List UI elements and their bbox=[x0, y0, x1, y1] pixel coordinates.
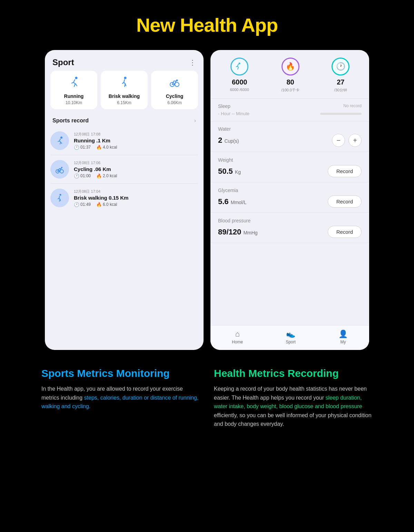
activity-card-running: Running 10.10Km bbox=[50, 71, 97, 109]
svg-point-7 bbox=[60, 170, 63, 173]
nav-sport-label: Sport bbox=[286, 340, 296, 344]
sleep-row: - Hour -- Minute bbox=[218, 111, 362, 116]
sleep-no-record: No record bbox=[343, 103, 362, 108]
record-date: 12月08日 17:06 bbox=[74, 160, 198, 165]
walking-distance: 6.15Km bbox=[117, 100, 131, 105]
glycemia-value: 5.6 Mmol/L bbox=[218, 197, 247, 206]
time-circle: 🕐 bbox=[332, 58, 349, 76]
record-item: 12月08日 17:08 Running .1 Km 🕐01:37 🔥4.0 k… bbox=[50, 127, 198, 155]
glycemia-record-button[interactable]: Record bbox=[328, 195, 362, 208]
record-type-dist: Brisk walking 0.15 Km bbox=[74, 195, 198, 201]
glycemia-section: Glycemia 5.6 Mmol/L Record bbox=[210, 182, 369, 213]
water-header: Water bbox=[218, 126, 362, 132]
record-item: 12月08日 17:06 Cycling .06 Km 🕐01:00 🔥2.0 … bbox=[50, 155, 198, 184]
time-sub: /30分钟 bbox=[334, 88, 347, 93]
activity-cards: Running 10.10Km Brisk walking 6.15Km bbox=[45, 71, 204, 114]
record-date: 12月08日 17:04 bbox=[74, 189, 198, 194]
activity-card-cycling: Cycling 6.06Km bbox=[151, 71, 198, 109]
record-details: 12月08日 17:06 Cycling .06 Km 🕐01:00 🔥2.0 … bbox=[74, 160, 198, 179]
water-value: 2 Cup(s) bbox=[218, 136, 239, 145]
water-increase-button[interactable]: + bbox=[348, 134, 362, 147]
bottom-section: Sports Metrics Monitoring In the Health … bbox=[41, 367, 373, 446]
record-type-dist: Cycling .06 Km bbox=[74, 166, 198, 172]
svg-point-8 bbox=[61, 167, 62, 168]
water-decrease-button[interactable]: − bbox=[332, 134, 345, 147]
nav-my-label: My bbox=[340, 340, 346, 344]
weight-section: Weight 50.5 Kg Record bbox=[210, 152, 369, 182]
calories-circle: 🔥 bbox=[282, 58, 299, 76]
walk-icon bbox=[118, 76, 131, 91]
run-icon bbox=[67, 76, 80, 91]
steps-sub: 6000 /6000 bbox=[230, 88, 249, 92]
svg-point-4 bbox=[176, 80, 178, 81]
bottom-nav: ⌂ Home 👟 Sport 👤 My bbox=[210, 325, 369, 350]
activity-card-walking: Brisk walking 6.15Km bbox=[101, 71, 148, 109]
steps-metric: 6000 6000 /6000 bbox=[230, 58, 249, 93]
record-item: 12月08日 17:04 Brisk walking 0.15 Km 🕐01:4… bbox=[50, 184, 198, 212]
svg-point-1 bbox=[124, 77, 127, 79]
calories-value: 80 bbox=[286, 78, 294, 86]
time-metric: 🕐 27 /30分钟 bbox=[332, 58, 349, 93]
sleep-bar bbox=[320, 113, 362, 115]
sport-icon: 👟 bbox=[286, 330, 295, 339]
home-icon: ⌂ bbox=[235, 330, 239, 339]
sports-record-header: Sports record › bbox=[45, 114, 204, 127]
water-controls: − + bbox=[332, 134, 362, 147]
phones-container: Sport ⋮ Running 10.10Km bbox=[41, 50, 373, 350]
sport-header: Sport ⋮ bbox=[45, 50, 204, 71]
svg-point-3 bbox=[175, 82, 179, 87]
record-details: 12月08日 17:04 Brisk walking 0.15 Km 🕐01:4… bbox=[74, 189, 198, 207]
left-phone: Sport ⋮ Running 10.10Km bbox=[45, 50, 204, 350]
record-stats: 🕐01:00 🔥2.0 kcal bbox=[74, 173, 198, 179]
record-details: 12月08日 17:08 Running .1 Km 🕐01:37 🔥4.0 k… bbox=[74, 132, 198, 150]
weight-value: 50.5 Kg bbox=[218, 167, 241, 176]
health-metrics-heading: Health Metrics Recording bbox=[214, 367, 373, 380]
nav-my[interactable]: 👤 My bbox=[338, 330, 348, 344]
glycemia-row: 5.6 Mmol/L Record bbox=[218, 195, 362, 208]
record-icon-cycling bbox=[50, 160, 69, 179]
chevron-right-icon[interactable]: › bbox=[194, 118, 196, 124]
weight-record-button[interactable]: Record bbox=[328, 165, 362, 177]
bp-value: 89/120 MmHg bbox=[218, 228, 258, 237]
steps-circle bbox=[230, 58, 248, 76]
sleep-header: Sleep No record bbox=[218, 103, 362, 109]
time-value: 27 bbox=[337, 78, 344, 86]
bp-record-button[interactable]: Record bbox=[328, 226, 362, 238]
bp-label: Blood pressure bbox=[218, 218, 250, 223]
sleep-section: Sleep No record - Hour -- Minute bbox=[210, 99, 369, 121]
svg-point-10 bbox=[239, 63, 240, 64]
glycemia-label: Glycemia bbox=[218, 188, 238, 193]
sports-metrics-col: Sports Metrics Monitoring In the Health … bbox=[41, 367, 200, 429]
more-options-icon[interactable]: ⋮ bbox=[189, 58, 196, 67]
page-title: New Health App bbox=[136, 14, 278, 36]
sports-metrics-text: In the Health app, you are allowed to re… bbox=[41, 384, 200, 411]
nav-home-label: Home bbox=[232, 340, 243, 344]
record-icon-walking bbox=[50, 189, 69, 207]
calories-metric: 🔥 80 /100.0千卡 bbox=[281, 58, 299, 93]
sports-record-title: Sports record bbox=[52, 118, 89, 124]
sleep-label: Sleep bbox=[218, 103, 230, 109]
record-stats: 🕐01:37 🔥4.0 kcal bbox=[74, 145, 198, 150]
weight-label: Weight bbox=[218, 157, 233, 163]
record-list: 12月08日 17:08 Running .1 Km 🕐01:37 🔥4.0 k… bbox=[45, 127, 204, 212]
health-metrics-text: Keeping a record of your body health sta… bbox=[214, 384, 373, 429]
running-distance: 10.10Km bbox=[66, 100, 82, 105]
sport-title: Sport bbox=[52, 58, 74, 67]
bp-row: 89/120 MmHg Record bbox=[218, 226, 362, 238]
weight-row: 50.5 Kg Record bbox=[218, 165, 362, 177]
record-icon-running bbox=[50, 131, 69, 150]
health-top-metrics: 6000 6000 /6000 🔥 80 /100.0千卡 🕐 27 /30分钟 bbox=[210, 50, 369, 99]
nav-home[interactable]: ⌂ Home bbox=[232, 330, 243, 344]
water-row: 2 Cup(s) − + bbox=[218, 134, 362, 147]
sleep-time-text: - Hour -- Minute bbox=[218, 111, 249, 116]
svg-point-5 bbox=[60, 137, 62, 139]
water-label: Water bbox=[218, 126, 231, 132]
cycle-icon bbox=[168, 76, 181, 91]
calories-sub: /100.0千卡 bbox=[281, 88, 299, 93]
cycling-label: Cycling bbox=[166, 93, 184, 99]
health-metrics-col: Health Metrics Recording Keeping a recor… bbox=[214, 367, 373, 429]
right-phone: 6000 6000 /6000 🔥 80 /100.0千卡 🕐 27 /30分钟 bbox=[210, 50, 369, 350]
nav-sport[interactable]: 👟 Sport bbox=[286, 330, 296, 344]
svg-point-0 bbox=[75, 77, 78, 79]
sports-metrics-heading: Sports Metrics Monitoring bbox=[41, 367, 200, 380]
